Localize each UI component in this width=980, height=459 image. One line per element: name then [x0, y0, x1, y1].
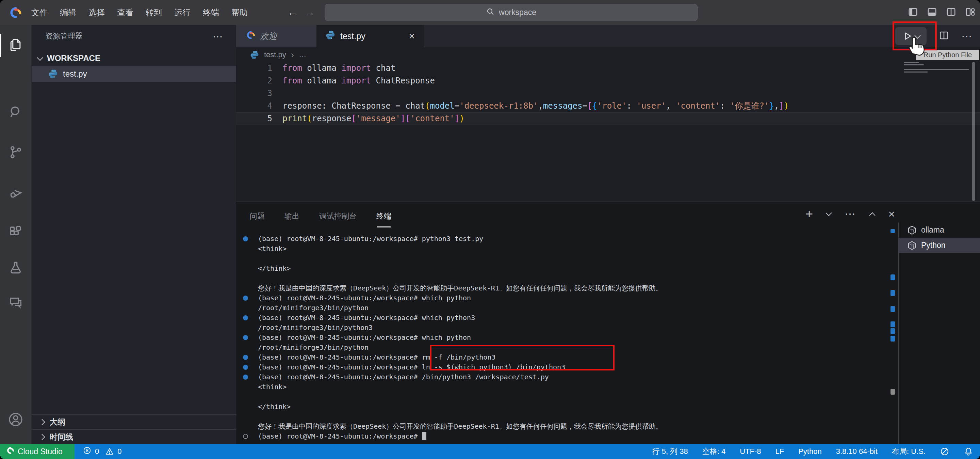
bell-icon[interactable] [964, 447, 973, 456]
menu-item[interactable]: 转到 [146, 7, 162, 18]
toggle-panel-icon[interactable] [927, 7, 937, 18]
feedback-icon[interactable] [940, 447, 950, 456]
terminal-instance-label: Python [921, 241, 946, 250]
sidebar-item-run-debug[interactable] [0, 177, 31, 210]
tab-testpy[interactable]: test.py × [317, 25, 424, 47]
status-item[interactable]: 行 5, 列 38 [652, 446, 688, 457]
explorer-sidebar: 资源管理器 ⋯ WORKSPACE test.py 大纲时间线 [32, 25, 236, 444]
menu-item[interactable]: 查看 [117, 7, 134, 18]
new-terminal-icon[interactable]: + [805, 207, 813, 222]
more-actions-icon[interactable]: ⋯ [961, 30, 973, 43]
sidebar-item-testing[interactable] [0, 252, 31, 284]
menu-item[interactable]: 运行 [174, 7, 191, 18]
file-item-testpy[interactable]: test.py [32, 66, 236, 82]
menu-item[interactable]: 文件 [31, 7, 48, 18]
maximize-panel-chevron-icon[interactable] [869, 212, 875, 218]
terminal-line: /root/miniforge3/bin/python [248, 303, 895, 313]
terminal-instance-ollama[interactable]: $_ollama [899, 222, 980, 237]
close-panel-icon[interactable]: × [888, 207, 895, 221]
sidebar-item-explorer[interactable] [0, 29, 31, 62]
close-icon[interactable]: × [409, 31, 415, 41]
status-item[interactable]: 空格: 4 [702, 446, 725, 457]
sidebar-item-search[interactable] [0, 96, 31, 129]
terminal-line: (base) root@VM-8-245-ubuntu:/workspace# … [248, 293, 895, 303]
terminal-list-sidebar: $_ollama$_Python [898, 222, 980, 445]
sidebar-section-timeline[interactable]: 时间线 [32, 429, 236, 445]
panel-tab[interactable]: 问题 [250, 211, 265, 223]
menu-item[interactable]: 选择 [89, 7, 105, 18]
customize-layout-icon[interactable] [965, 7, 975, 18]
cloud-studio-logo-white-icon [5, 446, 14, 457]
menu-item[interactable]: 帮助 [231, 7, 248, 18]
command-marker-icon [243, 236, 248, 241]
command-marker-icon [243, 434, 248, 439]
status-item[interactable]: 布局: U.S. [892, 446, 926, 457]
command-marker-icon [243, 375, 248, 380]
warning-icon [105, 447, 114, 456]
sidebar-item-extensions[interactable] [0, 216, 31, 249]
problems-status-item[interactable]: 0 0 [83, 446, 122, 457]
cloud-studio-window: 文件编辑选择查看转到运行终端帮助 ← → workspace [0, 0, 980, 459]
status-item[interactable]: LF [775, 447, 784, 456]
code-line[interactable]: 4response: ChatResponse = chat(model='de… [236, 100, 980, 112]
code-line[interactable]: 3 [236, 87, 980, 100]
breadcrumb-file[interactable]: test.py [264, 50, 286, 59]
explorer-more-icon[interactable]: ⋯ [213, 30, 224, 42]
terminal-line: (base) root@VM-8-245-ubuntu:/workspace# … [248, 372, 895, 382]
tab-welcome[interactable]: 欢迎 [236, 25, 317, 47]
search-icon [8, 105, 23, 121]
code-line[interactable]: 2from ollama import ChatResponse [236, 75, 980, 87]
terminal-dropdown-chevron-icon[interactable] [826, 210, 832, 216]
terminal-instance-python[interactable]: $_Python [899, 237, 980, 253]
sidebar-item-source-control[interactable] [0, 137, 31, 169]
code-line[interactable]: 5print(response['message']['content']) [236, 112, 980, 125]
workspace-section-header[interactable]: WORKSPACE [32, 51, 236, 66]
panel-actions: + ⋯ × [805, 202, 895, 226]
panel-tab[interactable]: 调试控制台 [319, 211, 356, 223]
sidebar-section-outline[interactable]: 大纲 [32, 414, 236, 429]
overview-command-marker [891, 229, 895, 233]
code-editor[interactable]: 1from ollama import chat2from ollama imp… [236, 62, 980, 202]
minimap[interactable] [904, 62, 971, 83]
editor-scrollbar[interactable] [972, 62, 975, 201]
line-number: 3 [236, 87, 282, 100]
breadcrumb[interactable]: test.py › … [236, 47, 980, 62]
line-number: 2 [236, 75, 282, 87]
command-search-box[interactable]: workspace [325, 4, 698, 21]
overview-command-marker [891, 328, 895, 334]
terminal-cursor [422, 432, 426, 440]
split-editor-icon[interactable] [939, 30, 949, 42]
breadcrumb-more[interactable]: … [299, 50, 306, 59]
status-item[interactable]: 3.8.10 64-bit [836, 447, 878, 456]
minimap-line [904, 62, 919, 63]
brand-label: Cloud Studio [18, 447, 63, 456]
cloud-studio-status-item[interactable]: Cloud Studio [0, 444, 75, 459]
code-line[interactable]: 1from ollama import chat [236, 62, 980, 75]
panel-tab[interactable]: 终端 [376, 211, 391, 223]
toggle-primary-sidebar-icon[interactable] [908, 7, 918, 18]
status-bar: Cloud Studio 0 0 行 5, 列 38空格: 4UTF-8LFPy… [0, 444, 980, 459]
nav-back-arrow[interactable]: ← [288, 6, 298, 18]
panel-more-icon[interactable]: ⋯ [845, 207, 856, 220]
menu-item[interactable]: 编辑 [60, 7, 76, 18]
nav-forward-arrow[interactable]: → [305, 6, 315, 18]
command-marker-icon [243, 335, 248, 340]
menu-item[interactable]: 终端 [203, 7, 219, 18]
toggle-secondary-sidebar-icon[interactable] [946, 7, 956, 18]
panel-tab[interactable]: 输出 [285, 211, 299, 223]
command-marker-icon [243, 365, 248, 370]
overview-command-marker [891, 290, 895, 296]
overview-command-marker [891, 322, 895, 327]
search-placeholder: workspace [499, 8, 536, 17]
sidebar-item-account[interactable] [0, 404, 31, 437]
sidebar-item-comments[interactable] [0, 287, 31, 320]
python-file-icon [250, 50, 259, 60]
terminal-shell-icon: $_ [907, 241, 917, 250]
account-icon [8, 411, 24, 429]
cloud-studio-logo-icon [8, 5, 22, 21]
chat-bubbles-icon [8, 295, 24, 312]
overview-command-marker [891, 336, 895, 341]
status-item[interactable]: Python [798, 447, 822, 456]
terminal-output[interactable]: (base) root@VM-8-245-ubuntu:/workspace# … [248, 234, 895, 441]
status-item[interactable]: UTF-8 [740, 447, 761, 456]
